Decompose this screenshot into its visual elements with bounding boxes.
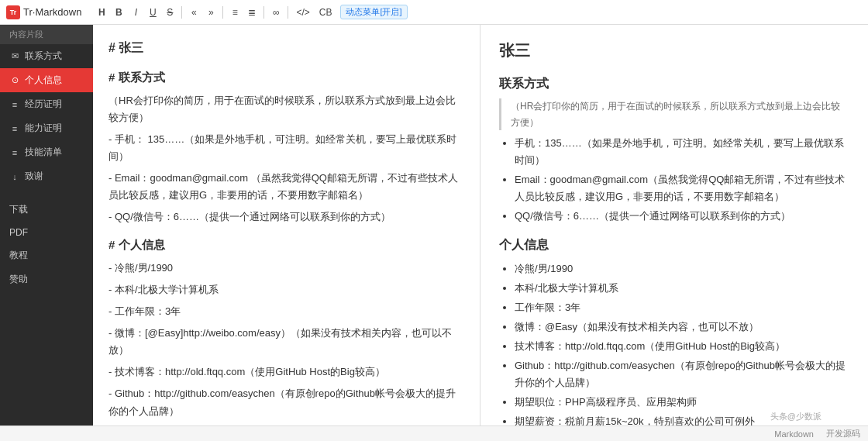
sidebar-item-jishu[interactable]: ≡ 技能清单 bbox=[0, 140, 93, 164]
list-item: 期望职位：PHP高级程序员、应用架构师 bbox=[515, 394, 849, 411]
sidebar-item-pdf[interactable]: PDF bbox=[0, 222, 93, 243]
sep-2 bbox=[222, 6, 223, 19]
sidebar-item-zanzhu-label: 赞助 bbox=[9, 273, 28, 286]
list-item: 微博：@Easy（如果没有技术相关内容，也可以不放） bbox=[515, 319, 849, 336]
sidebar-item-xia[interactable]: 下载 bbox=[0, 198, 93, 222]
link-button[interactable]: ∞ bbox=[268, 5, 284, 19]
strikethrough-button[interactable]: S bbox=[162, 5, 177, 19]
code-block-button[interactable]: CB bbox=[315, 5, 336, 19]
sidebar-section-neirongpianduan: 内容片段 bbox=[0, 25, 93, 44]
person-icon: ⊙ bbox=[9, 75, 20, 85]
editor-p-email: - Email：goodman@gmail.com （虽然我觉得QQ邮箱无所谓，… bbox=[108, 170, 464, 204]
editor-h1-name: # 张三 bbox=[108, 37, 464, 58]
heading-button[interactable]: H bbox=[94, 5, 109, 19]
preview-panel: 张三 联系方式 （HR会打印你的简历，用于在面试的时候联系，所以联系方式放到最上… bbox=[480, 25, 868, 425]
sidebar-item-zhixie-label: 致谢 bbox=[25, 170, 43, 183]
sidebar-item-geren[interactable]: ⊙ 个人信息 bbox=[0, 68, 93, 92]
editor-panel[interactable]: # 张三 # 联系方式 （HR会打印你的简历，用于在面试的时候联系，所以联系方式… bbox=[93, 25, 480, 425]
brand-icon: Tr bbox=[6, 5, 20, 19]
dynamic-menu-tag[interactable]: 动态菜单[开启] bbox=[340, 5, 407, 19]
list-icon-1: ≡ bbox=[9, 100, 20, 109]
brand-name: Tr·Markdown bbox=[23, 6, 81, 18]
editor-p-gender: - 冷熊/男/1990 bbox=[108, 260, 464, 277]
italic-button[interactable]: I bbox=[128, 5, 143, 19]
content-area: # 张三 # 联系方式 （HR会打印你的简历，用于在面试的时候联系，所以联系方式… bbox=[93, 25, 868, 425]
status-bar: Markdown 开发源码 bbox=[0, 425, 868, 441]
sep-4 bbox=[288, 6, 288, 19]
list-item: 期望薪资：税前月薪15k~20k，特别喜欢的公司可例外 bbox=[515, 413, 849, 425]
ol-button[interactable]: ≡ bbox=[227, 5, 243, 19]
quote-left-button[interactable]: « bbox=[186, 5, 202, 19]
sidebar-item-nengli-label: 能力证明 bbox=[25, 122, 62, 135]
toolbar-buttons: H B I U S « » ≡ ≣ ∞ </> CB 动态菜单[开启] bbox=[94, 5, 862, 19]
preview-name: 张三 bbox=[499, 37, 849, 64]
list-icon-3: ≡ bbox=[9, 148, 20, 157]
sidebar: 内容片段 ✉ 联系方式 ⊙ 个人信息 ≡ 经历证明 ≡ 能力证明 ≡ 技能清单 … bbox=[0, 25, 93, 425]
editor-p-weibo: - 微博：[@Easy]http://weibo.com/easy）（如果没有技… bbox=[108, 325, 464, 359]
preview-h2-lianxi: 联系方式 bbox=[499, 73, 849, 94]
sidebar-section-label: 内容片段 bbox=[9, 29, 43, 40]
ul-button[interactable]: ≣ bbox=[244, 5, 260, 19]
brand-icon-text: Tr bbox=[10, 9, 17, 16]
editor-h2-geren: # 个人信息 bbox=[108, 235, 464, 255]
editor-h2-lianxi: # 联系方式 bbox=[108, 67, 464, 88]
sidebar-item-zanzhu[interactable]: 赞助 bbox=[0, 267, 93, 291]
sidebar-item-nengli[interactable]: ≡ 能力证明 bbox=[0, 116, 93, 140]
sidebar-item-jingyan-label: 经历证明 bbox=[25, 98, 62, 111]
list-item: 冷熊/男/1990 bbox=[515, 260, 849, 277]
sidebar-nav-group: 下载 PDF 教程 赞助 bbox=[0, 198, 93, 291]
editor-p-github: - Github：http://github.com/easychen（有原创r… bbox=[108, 385, 464, 419]
sidebar-item-jiaocheng[interactable]: 教程 bbox=[0, 243, 93, 267]
list-item: 手机：135……（如果是外地手机，可注明。如经常关机，要写上最优联系时间） bbox=[515, 135, 849, 169]
editor-p-exp: - 工作年限：3年 bbox=[108, 303, 464, 320]
editor-p-hr-note: （HR会打印你的简历，用于在面试的时候联系，所以联系方式放到最上边会比较方便） bbox=[108, 92, 464, 126]
inline-code-button[interactable]: </> bbox=[292, 5, 313, 19]
sep-1 bbox=[181, 6, 182, 19]
status-info: 开发源码 bbox=[826, 428, 860, 439]
sidebar-item-lianxi[interactable]: ✉ 联系方式 bbox=[0, 44, 93, 68]
list-item: 技术博客：http://old.ftqq.com（使用GitHub Host的B… bbox=[515, 338, 849, 355]
editor-p-blog: - 技术博客：http://old.ftqq.com（使用GitHub Host… bbox=[108, 363, 464, 381]
preview-lianxi-list: 手机：135……（如果是外地手机，可注明。如经常关机，要写上最优联系时间） Em… bbox=[499, 135, 849, 225]
list-icon-2: ≡ bbox=[9, 124, 20, 133]
sidebar-item-jiaocheng-label: 教程 bbox=[9, 249, 28, 262]
main-layout: 内容片段 ✉ 联系方式 ⊙ 个人信息 ≡ 经历证明 ≡ 能力证明 ≡ 技能清单 … bbox=[0, 25, 868, 425]
list-item: Github：http://github.com/easychen（有原创rep… bbox=[515, 357, 849, 391]
toolbar: Tr Tr·Markdown H B I U S « » ≡ ≣ ∞ </> C… bbox=[0, 0, 868, 25]
sidebar-item-geren-label: 个人信息 bbox=[25, 74, 62, 87]
editor-p-edu: - 本科/北极大学计算机系 bbox=[108, 281, 464, 298]
sidebar-item-pdf-label: PDF bbox=[9, 227, 28, 238]
underline-button[interactable]: U bbox=[145, 5, 160, 19]
sidebar-item-jingyan[interactable]: ≡ 经历证明 bbox=[0, 92, 93, 116]
brand: Tr Tr·Markdown bbox=[6, 5, 81, 19]
list-item: QQ/微信号：6……（提供一个通过网络可以联系到你的方式） bbox=[515, 208, 849, 225]
editor-p-qq: - QQ/微信号：6……（提供一个通过网络可以联系到你的方式） bbox=[108, 208, 464, 226]
quote-right-button[interactable]: » bbox=[203, 5, 219, 19]
download-icon: ↓ bbox=[9, 172, 20, 181]
status-info-label: 开发源码 bbox=[826, 428, 860, 439]
bold-button[interactable]: B bbox=[111, 5, 126, 19]
sep-3 bbox=[264, 6, 264, 19]
editor-p-phone: - 手机： 135……（如果是外地手机，可注明。如经常关机，要写上最优联系时间） bbox=[108, 131, 464, 165]
sidebar-item-zhixie[interactable]: ↓ 致谢 bbox=[0, 164, 93, 188]
list-item: 本科/北极大学计算机系 bbox=[515, 280, 849, 297]
preview-h2-geren: 个人信息 bbox=[499, 234, 849, 255]
sidebar-item-xia-label: 下载 bbox=[9, 203, 28, 216]
email-icon: ✉ bbox=[9, 51, 20, 61]
sidebar-item-lianxi-label: 联系方式 bbox=[25, 50, 62, 63]
preview-blockquote-hr: （HR会打印你的简历，用于在面试的时候联系，所以联系方式放到最上边会比较方便） bbox=[499, 98, 849, 130]
status-mode: Markdown bbox=[774, 429, 814, 439]
status-mode-label: Markdown bbox=[774, 429, 814, 439]
sidebar-item-jishu-label: 技能清单 bbox=[25, 146, 62, 159]
preview-geren-list: 冷熊/男/1990 本科/北极大学计算机系 工作年限：3年 微博：@Easy（如… bbox=[499, 260, 849, 425]
list-item: 工作年限：3年 bbox=[515, 299, 849, 316]
list-item: Email：goodman@gmail.com（虽然我觉得QQ邮箱无所谓，不过有… bbox=[515, 171, 849, 205]
